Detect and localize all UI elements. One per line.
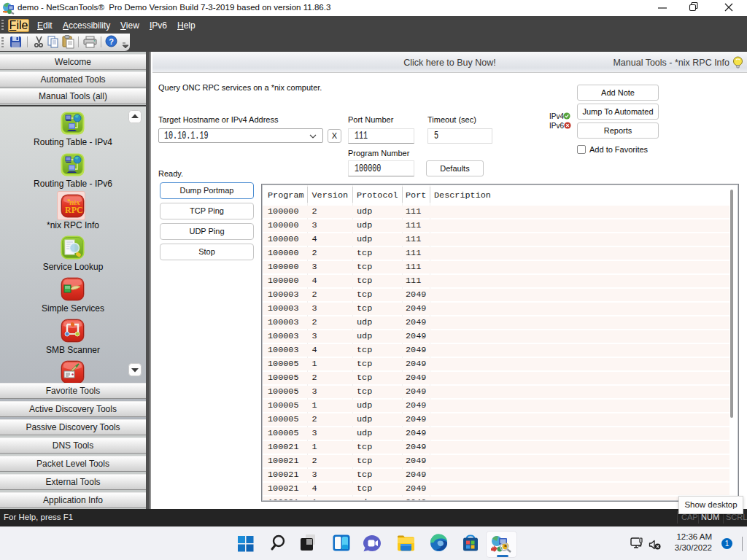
svg-text:RPC: RPC [65, 205, 83, 215]
svg-text:?: ? [109, 37, 114, 46]
